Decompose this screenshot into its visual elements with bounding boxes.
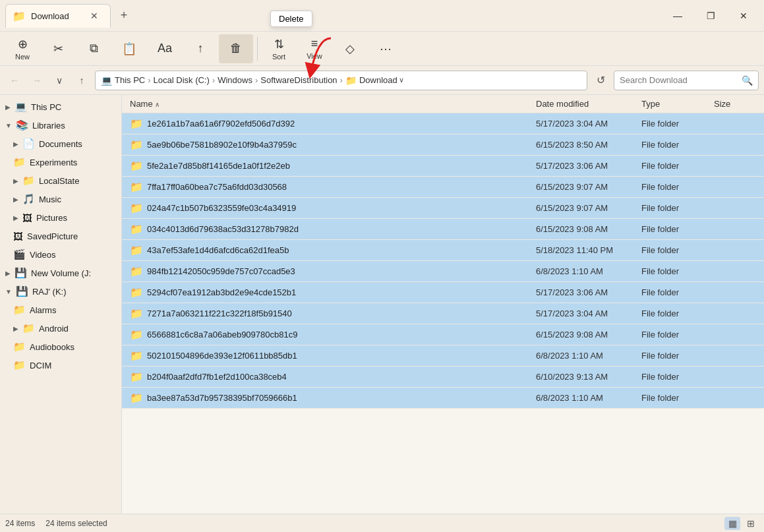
new-button[interactable]: ⊕ New [5,34,40,63]
table-row[interactable]: 📁 502101504896de393e12f0611bb85db1 6/8/2… [122,345,764,367]
table-row[interactable]: 📁 6566881c6c8a7a06abeb909780cb81c9 6/15/… [122,324,764,345]
col-header-type[interactable]: Type [636,99,709,109]
sidebar-item-savedpicture[interactable]: 🖼 SavedPicture [0,227,121,245]
breadcrumb-download-label: Download [359,75,397,85]
share-button[interactable]: ↑ [183,34,218,63]
col-header-date[interactable]: Date modified [531,99,636,109]
details-button[interactable]: ◇ [333,34,367,63]
file-type-cell: File folder [636,330,709,340]
new-tab-button[interactable]: + [113,5,134,26]
copy-button[interactable]: ⧉ [76,34,111,63]
file-name-text: 5fe2a1e7d85b8f14165de1a0f1f2e2eb [147,161,290,171]
table-row[interactable]: 📁 b204f0aaf2dfd7fb1ef2d100ca38ceb4 6/10/… [122,367,764,388]
folder-icon: 📁 [130,307,143,320]
table-row[interactable]: 📁 5fe2a1e7d85b8f14165de1a0f1f2e2eb 5/17/… [122,156,764,177]
status-bar: 24 items 24 items selected ▦ ⊞ [0,514,764,532]
breadcrumb-dropdown[interactable]: ∨ [399,76,404,84]
maximize-button[interactable]: ❐ [695,5,726,26]
back-button[interactable]: ← [5,71,24,90]
file-name-cell: 📁 5fe2a1e7d85b8f14165de1a0f1f2e2eb [125,160,531,172]
toolbar: Delete ⊕ New ✂ ⧉ 📋 Aa ↑ 🗑 ⇅ Sort ≡ View [0,32,764,66]
sidebar-item-localstate[interactable]: ▶ 📁 LocalState [0,171,121,190]
main-layout: ▶ 💻 This PC ▼ 📚 Libraries ▶ 📄 Documents … [0,95,764,514]
sidebar-item-audiobooks[interactable]: 📁 Audiobooks [0,338,121,356]
details-view-button[interactable]: ▦ [724,517,740,530]
breadcrumb-item-download[interactable]: 📁 Download [345,75,397,86]
paste-button[interactable]: 📋 [112,34,146,63]
table-row[interactable]: 📁 034c4013d6d79638ac53d31278b7982d 6/15/… [122,219,764,240]
address-bar: ← → ∨ ↑ 💻 This PC › Local Disk (C:) › Wi… [0,66,764,95]
search-icon: 🔍 [742,75,753,86]
table-row[interactable]: 📁 984fb12142050c959de757c07ccad5e3 6/8/2… [122,261,764,282]
breadcrumb-softwaredist-label: SoftwareDistribution [260,75,337,85]
breadcrumb-item-localdisk[interactable]: Local Disk (C:) [154,75,210,85]
sidebar-item-videos[interactable]: 🎬 Videos [0,245,121,264]
audiobooks-icon: 📁 [13,341,26,353]
breadcrumb-localdisk-label: Local Disk (C:) [154,75,210,85]
file-type-cell: File folder [636,140,709,150]
file-type-cell: File folder [636,224,709,234]
breadcrumb-item-softwaredist[interactable]: SoftwareDistribution [260,75,337,85]
table-row[interactable]: 📁 43a7ef53afe1d4d6afcd6ca62d1fea5b 5/18/… [122,240,764,261]
minimize-button[interactable]: — [662,5,693,26]
recent-button[interactable]: ∨ [50,71,69,90]
sidebar-item-alarms[interactable]: 📁 Alarms [0,301,121,319]
table-row[interactable]: 📁 1e261a1b7aa61a6f7902efd506d7d392 5/17/… [122,113,764,134]
new-icon: ⊕ [18,37,28,51]
file-name-text: 7ffa17ff0a60bea7c75a6fdd03d30568 [147,182,287,192]
col-header-name[interactable]: Name ∧ [125,99,531,109]
alarms-label: Alarms [30,305,116,315]
sidebar-item-raj[interactable]: ▼ 💾 RAJ' (K:) [0,282,121,301]
sort-button[interactable]: ⇅ Sort [262,34,296,63]
folder-icon: 📁 [130,117,143,130]
more-button[interactable]: ⋯ [368,34,403,63]
sidebar-item-music[interactable]: ▶ 🎵 Music [0,190,121,208]
active-tab[interactable]: 📁 Download ✕ [5,4,111,28]
file-type-cell: File folder [636,245,709,255]
refresh-button[interactable]: ↺ [591,71,610,90]
sidebar-item-experiments[interactable]: 📁 Experiments [0,153,121,171]
sidebar-item-documents[interactable]: ▶ 📄 Documents [0,134,121,153]
close-window-button[interactable]: ✕ [728,5,759,26]
view-button[interactable]: ≡ View [297,34,332,63]
breadcrumb-item-windows[interactable]: Windows [218,75,252,85]
table-row[interactable]: 📁 7ffa17ff0a60bea7c75a6fdd03d30568 6/15/… [122,177,764,198]
table-row[interactable]: 📁 5294cf07ea1912ab3bd2e9e4cde152b1 5/17/… [122,282,764,303]
search-input[interactable] [620,75,738,85]
delete-button[interactable]: 🗑 [219,34,253,63]
table-row[interactable]: 📁 5ae9b06be7581b8902e10f9b4a37959c 6/15/… [122,134,764,156]
file-name-text: 7271a7a063211f221c322f18f5b91540 [147,309,292,318]
file-type-cell: File folder [636,119,709,129]
rename-button[interactable]: Aa [148,34,182,63]
sidebar-item-newvolume[interactable]: ▶ 💾 New Volume (J: [0,264,121,282]
tab-close-button[interactable]: ✕ [88,9,101,22]
rename-icon: Aa [158,42,172,55]
forward-button[interactable]: → [28,71,46,90]
cut-icon: ✂ [53,42,63,56]
file-name-cell: 📁 7ffa17ff0a60bea7c75a6fdd03d30568 [125,181,531,193]
table-row[interactable]: 📁 024a47c1b507b6323559fe03c4a34919 6/15/… [122,198,764,219]
sidebar-item-android[interactable]: ▶ 📁 Android [0,319,121,338]
grid-view-button[interactable]: ⊞ [743,517,759,530]
table-row[interactable]: 📁 ba3ee87a53d7b95738395bf7059666b1 6/8/2… [122,388,764,409]
sidebar-item-dcim[interactable]: 📁 DCIM [0,356,121,374]
search-box[interactable]: 🔍 [614,71,759,90]
expand-raj-icon: ▼ [5,288,12,295]
folder-icon: 📁 [130,370,143,383]
file-name-text: 024a47c1b507b6323559fe03c4a34919 [147,203,296,213]
table-row[interactable]: 📁 7271a7a063211f221c322f18f5b91540 5/17/… [122,303,764,324]
col-header-size[interactable]: Size [709,99,761,109]
file-type-cell: File folder [636,287,709,297]
cut-button[interactable]: ✂ [41,34,75,63]
tab-area: 📁 Download ✕ + [5,4,662,28]
breadcrumb-item-thispc[interactable]: 💻 This PC [101,75,145,86]
file-name-text: 6566881c6c8a7a06abeb909780cb81c9 [147,330,297,340]
breadcrumb[interactable]: 💻 This PC › Local Disk (C:) › Windows › … [95,71,587,90]
file-type-cell: File folder [636,372,709,382]
experiments-icon: 📁 [13,156,26,168]
paste-icon: 📋 [122,42,136,56]
up-button[interactable]: ↑ [73,71,91,90]
sidebar-item-pictures[interactable]: ▶ 🖼 Pictures [0,208,121,227]
sidebar-item-libraries[interactable]: ▼ 📚 Libraries [0,116,121,134]
sidebar-item-thispc[interactable]: ▶ 💻 This PC [0,98,121,116]
